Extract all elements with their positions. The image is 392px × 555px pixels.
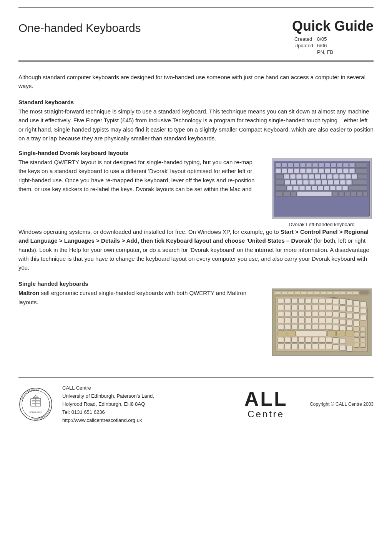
svg-rect-29	[276, 174, 283, 179]
svg-rect-16	[282, 168, 287, 173]
svg-rect-115	[333, 305, 339, 311]
svg-rect-42	[358, 174, 367, 179]
svg-rect-135	[292, 318, 298, 323]
svg-rect-21	[312, 168, 318, 173]
svg-rect-162	[354, 327, 359, 332]
svg-rect-43	[276, 180, 284, 185]
svg-rect-114	[326, 305, 332, 310]
single-handed-section: Maltron sell ergonomic curved single-han…	[18, 288, 374, 356]
svg-rect-8	[319, 163, 324, 167]
single-handed-text: Maltron sell ergonomic curved single-han…	[18, 288, 261, 307]
svg-rect-130	[347, 313, 353, 319]
svg-rect-103	[340, 299, 346, 305]
svg-rect-187	[326, 344, 332, 349]
svg-rect-175	[312, 337, 318, 343]
svg-rect-87	[321, 292, 326, 295]
svg-rect-183	[298, 344, 304, 349]
svg-rect-166	[354, 338, 359, 342]
svg-text:THE UNIVERSITY: THE UNIVERSITY	[20, 388, 40, 402]
svg-rect-82	[288, 292, 294, 295]
svg-rect-182	[292, 344, 298, 349]
svg-rect-108	[285, 305, 291, 310]
svg-rect-88	[327, 292, 333, 295]
svg-rect-4	[294, 163, 299, 167]
svg-rect-167	[360, 338, 365, 342]
svg-rect-53	[340, 180, 345, 185]
svg-rect-146	[285, 324, 291, 330]
footer-copyright: Copyright © CALL Centre 2003	[310, 402, 374, 407]
svg-rect-52	[334, 180, 339, 185]
svg-rect-17	[288, 168, 293, 173]
svg-rect-36	[321, 174, 326, 179]
svg-rect-138	[312, 318, 318, 323]
page: One-handed Keyboards Quick Guide Created…	[0, 0, 392, 555]
svg-rect-68	[276, 192, 282, 196]
svg-rect-107	[278, 305, 284, 310]
svg-rect-185	[312, 344, 318, 349]
svg-rect-157	[287, 331, 296, 336]
svg-rect-55	[352, 180, 367, 185]
svg-rect-3	[288, 163, 293, 167]
svg-rect-104	[347, 300, 353, 305]
dvorak-continuation-part2: Windows operating systems, or downloaded…	[18, 228, 281, 235]
svg-rect-158	[296, 331, 327, 336]
svg-rect-72	[332, 192, 338, 196]
svg-rect-127	[326, 312, 332, 317]
updated-value: 6/06	[316, 43, 335, 48]
svg-rect-45	[291, 180, 296, 185]
svg-rect-123	[298, 312, 304, 317]
svg-rect-134	[285, 318, 291, 323]
svg-rect-172	[292, 337, 298, 343]
svg-rect-12	[343, 163, 349, 167]
svg-rect-85	[307, 292, 313, 295]
call-logo-all: ALL	[244, 389, 288, 409]
svg-rect-7	[312, 163, 318, 167]
svg-rect-58	[293, 186, 299, 190]
svg-rect-132	[360, 315, 366, 320]
maltron-bold: Maltron	[18, 290, 39, 296]
svg-rect-160	[337, 331, 345, 336]
call-centre-logo: ALL Centre	[231, 389, 301, 420]
dvorak-heading: Single-handed Dvorak keyboard layouts	[18, 150, 374, 156]
svg-rect-180	[278, 344, 284, 349]
svg-rect-136	[298, 318, 304, 323]
main-content: Although standard computer keyboards are…	[0, 73, 392, 370]
svg-rect-39	[339, 174, 345, 179]
svg-rect-92	[353, 292, 359, 295]
tel-value: 0131 651 6236	[71, 409, 105, 415]
svg-rect-70	[291, 192, 296, 196]
svg-rect-112	[312, 305, 318, 310]
updated-label: Updated	[293, 43, 315, 48]
svg-rect-20	[306, 168, 312, 173]
copyright-text: Copyright © CALL Centre 2003	[310, 402, 374, 407]
svg-rect-153	[333, 325, 339, 330]
svg-rect-96	[292, 298, 298, 304]
svg-rect-169	[360, 343, 365, 348]
initials: PN, FB	[316, 49, 335, 55]
svg-rect-10	[331, 163, 336, 167]
svg-rect-173	[298, 337, 304, 343]
svg-rect-51	[328, 180, 333, 185]
svg-rect-47	[303, 180, 309, 185]
svg-rect-120	[278, 312, 284, 317]
svg-rect-77	[363, 192, 367, 196]
svg-rect-46	[297, 180, 302, 185]
svg-rect-125	[312, 312, 318, 317]
svg-rect-11	[337, 163, 342, 167]
svg-rect-139	[319, 318, 325, 323]
dvorak-continuation: Windows operating systems, or downloaded…	[18, 227, 374, 272]
svg-rect-86	[314, 292, 320, 295]
svg-rect-59	[299, 186, 305, 190]
svg-rect-122	[292, 312, 298, 317]
svg-rect-118	[353, 307, 359, 313]
svg-rect-137	[305, 318, 311, 323]
svg-rect-18	[294, 168, 299, 173]
svg-rect-91	[347, 292, 352, 295]
call-logo-centre: Centre	[247, 409, 284, 420]
svg-rect-5	[300, 163, 306, 167]
dvorak-caption: Dvorak Left-handed keyboard	[289, 222, 354, 227]
svg-rect-65	[336, 186, 342, 190]
svg-rect-84	[301, 292, 307, 295]
svg-rect-93	[359, 292, 369, 295]
single-handed-heading: Single handed keyboards	[18, 280, 374, 287]
